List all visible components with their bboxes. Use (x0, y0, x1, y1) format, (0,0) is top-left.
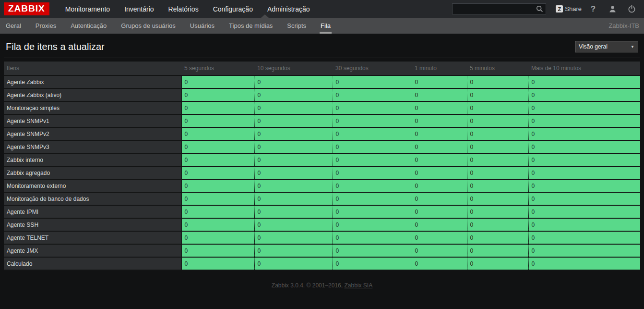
table-row: Zabbix interno000000 (4, 153, 640, 166)
queue-count-cell: 0 (254, 218, 333, 231)
profile-button[interactable] (605, 5, 620, 13)
queue-view-select[interactable]: Visão geral ▼ (575, 41, 638, 52)
item-type-cell: Agente IPMI (4, 205, 181, 218)
sub-nav-scripts[interactable]: Scripts (286, 18, 307, 34)
main-content: Fila de itens a atualizar Visão geral ▼ … (0, 34, 644, 289)
table-row: Monitoração de banco de dados000000 (4, 192, 640, 205)
queue-count-cell: 0 (412, 218, 467, 231)
queue-count-cell: 0 (412, 244, 467, 257)
item-type-cell: Monitoramento externo (4, 179, 181, 192)
share-label: Share (565, 5, 582, 12)
queue-count-cell: 0 (467, 127, 528, 140)
queue-count-cell: 0 (254, 166, 333, 179)
item-type-cell: Zabbix agregado (4, 166, 181, 179)
top-nav-relatorios[interactable]: Relatórios (161, 0, 206, 18)
queue-count-cell: 0 (528, 101, 640, 114)
item-type-cell: Monitoração de banco de dados (4, 192, 181, 205)
queue-count-cell: 0 (181, 153, 254, 166)
queue-count-cell: 0 (333, 244, 412, 257)
queue-count-cell: 0 (333, 114, 412, 127)
server-name-label: Zabbix-ITB (608, 18, 639, 34)
help-button[interactable]: ? (585, 4, 601, 14)
active-menu-caret-icon (261, 14, 269, 18)
queue-count-cell: 0 (467, 166, 528, 179)
queue-count-cell: 0 (254, 192, 333, 205)
queue-count-cell: 0 (333, 205, 412, 218)
queue-count-cell: 0 (412, 101, 467, 114)
queue-count-cell: 0 (412, 127, 467, 140)
table-row: Agente IPMI000000 (4, 205, 640, 218)
table-row: Monitoração simples000000 (4, 101, 640, 114)
share-button[interactable]: Z Share (556, 5, 582, 12)
queue-count-cell: 0 (254, 179, 333, 192)
top-nav-monitoramento[interactable]: Monitoramento (58, 0, 117, 18)
column-header-5-segundos: 5 segundos (181, 62, 254, 75)
queue-count-cell: 0 (254, 205, 333, 218)
queue-count-cell: 0 (528, 75, 640, 88)
queue-count-cell: 0 (412, 257, 467, 270)
logout-button[interactable] (624, 5, 639, 13)
queue-count-cell: 0 (254, 257, 333, 270)
queue-count-cell: 0 (181, 127, 254, 140)
question-mark-icon: ? (591, 4, 596, 14)
item-type-cell: Agente Zabbix (ativo) (4, 88, 181, 101)
page-title: Fila de itens a atualizar (6, 41, 105, 52)
queue-count-cell: 0 (333, 192, 412, 205)
top-nav-configuracao[interactable]: Configuração (206, 0, 260, 18)
sub-nav-proxies[interactable]: Proxies (35, 18, 57, 34)
title-divider (4, 58, 640, 58)
sub-nav-grupos-de-usuarios[interactable]: Grupos de usuários (120, 18, 176, 34)
table-header-row: Itens 5 segundos 10 segundos 30 segundos… (4, 62, 640, 75)
queue-count-cell: 0 (181, 166, 254, 179)
item-type-cell: Calculado (4, 257, 181, 270)
column-header-10-segundos: 10 segundos (254, 62, 333, 75)
column-header-1-minuto: 1 minuto (412, 62, 467, 75)
footer-zabbix-sia-link[interactable]: Zabbix SIA (344, 282, 372, 289)
sub-nav-autenticacao[interactable]: Autenticação (70, 18, 107, 34)
column-header-itens: Itens (4, 62, 181, 75)
queue-count-cell: 0 (181, 101, 254, 114)
queue-count-cell: 0 (412, 153, 467, 166)
queue-count-cell: 0 (181, 205, 254, 218)
queue-count-cell: 0 (254, 88, 333, 101)
user-icon (608, 5, 617, 13)
sub-nav-geral[interactable]: Geral (5, 18, 22, 34)
queue-count-cell: 0 (412, 88, 467, 101)
sub-nav-fila[interactable]: Fila (320, 18, 332, 34)
zabbix-share-badge-icon: Z (556, 5, 563, 12)
table-row: Agente SNMPv3000000 (4, 140, 640, 153)
queue-count-cell: 0 (528, 244, 640, 257)
queue-count-cell: 0 (254, 140, 333, 153)
queue-count-cell: 0 (181, 179, 254, 192)
zabbix-logo[interactable]: ZABBIX (4, 2, 49, 15)
queue-count-cell: 0 (467, 88, 528, 101)
queue-count-cell: 0 (467, 205, 528, 218)
search-icon[interactable] (533, 4, 546, 14)
search-input[interactable] (453, 6, 533, 12)
search-box (452, 3, 546, 14)
item-type-cell: Agente SNMPv2 (4, 127, 181, 140)
queue-count-cell: 0 (528, 153, 640, 166)
column-header-30-segundos: 30 segundos (333, 62, 412, 75)
table-row: Monitoramento externo000000 (4, 179, 640, 192)
queue-count-cell: 0 (528, 140, 640, 153)
top-nav-inventario[interactable]: Inventário (117, 0, 161, 18)
queue-count-cell: 0 (528, 114, 640, 127)
queue-count-cell: 0 (333, 231, 412, 244)
queue-count-cell: 0 (528, 257, 640, 270)
top-nav: Monitoramento Inventário Relatórios Conf… (58, 0, 317, 18)
column-header-5-minutos: 5 minutos (467, 62, 528, 75)
queue-count-cell: 0 (254, 127, 333, 140)
queue-count-cell: 0 (254, 244, 333, 257)
footer: Zabbix 3.0.4. © 2001–2016, Zabbix SIA (4, 271, 640, 289)
item-type-cell: Agente TELNET (4, 231, 181, 244)
queue-count-cell: 0 (333, 140, 412, 153)
sub-nav-tipos-de-midias[interactable]: Tipos de mídias (228, 18, 274, 34)
queue-count-cell: 0 (333, 75, 412, 88)
table-row: Agente Zabbix000000 (4, 75, 640, 88)
queue-table: Itens 5 segundos 10 segundos 30 segundos… (4, 62, 640, 271)
queue-count-cell: 0 (181, 88, 254, 101)
admin-sub-nav: Geral Proxies Autenticação Grupos de usu… (0, 18, 644, 34)
queue-count-cell: 0 (412, 140, 467, 153)
sub-nav-usuarios[interactable]: Usuários (189, 18, 215, 34)
